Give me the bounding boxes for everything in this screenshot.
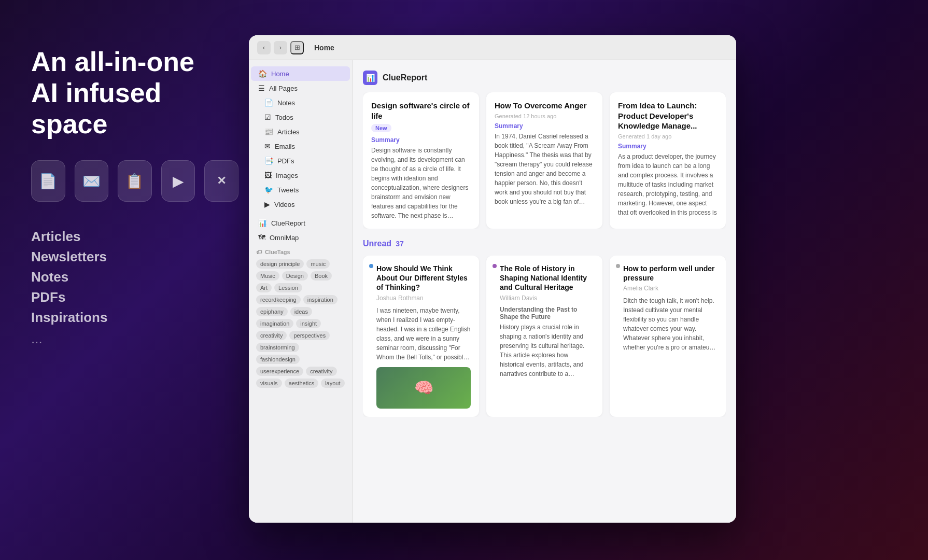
hero-list: Articles Newsletters Notes PDFs Inspirat… <box>31 227 238 328</box>
tag-chip[interactable]: perspectives <box>289 331 330 340</box>
sidebar-label-videos: Videos <box>274 201 295 208</box>
card-2-meta: Generated 12 hours ago <box>495 113 594 119</box>
unread-card-thinking-styles[interactable]: How Should We Think About Our Different … <box>363 256 479 417</box>
tag-chip[interactable]: Music <box>256 271 279 281</box>
sidebar-label-images: Images <box>276 172 298 179</box>
sidebar-item-videos[interactable]: ▶ Videos <box>257 197 350 212</box>
clue-report-section-title: ClueReport <box>383 73 427 82</box>
tag-chip[interactable]: recordkeeping <box>256 295 301 304</box>
tweets-icon: 🐦 <box>264 186 273 194</box>
sidebar-item-pdfs[interactable]: 📑 PDFs <box>257 153 350 168</box>
nav-buttons: ‹ › ⊞ <box>257 41 304 54</box>
docs-icon-box[interactable]: 📋 <box>118 160 152 202</box>
emails-icon: ✉ <box>264 142 271 150</box>
unread-card-2-inner: The Role of History in Shaping National … <box>495 264 594 379</box>
unread-card-1-inner: How Should We Think About Our Different … <box>371 264 471 409</box>
page-title: Home <box>314 44 334 52</box>
tag-chip[interactable]: fashiondesign <box>256 355 300 364</box>
clue-report-section-icon: 📊 <box>363 71 377 85</box>
unread-card-history-national-identity[interactable]: The Role of History in Shaping National … <box>486 256 602 417</box>
unread-card-2-author: William Davis <box>500 295 594 302</box>
hero-icons: 📄 ✉️ 📋 ▶ ✕ <box>31 160 238 202</box>
tag-chip[interactable]: aesthetics <box>285 379 319 388</box>
card-2-title: How To Overcome Anger <box>495 101 594 111</box>
hero-list-item-newsletters: Newsletters <box>31 247 238 267</box>
sidebar-item-tweets[interactable]: 🐦 Tweets <box>257 183 350 197</box>
tag-chip[interactable]: imagination <box>256 319 293 328</box>
sidebar-item-omni-map[interactable]: 🗺 OmniMap <box>251 230 350 245</box>
unread-card-perform-under-pressure[interactable]: How to perform well under pressure Ameli… <box>610 256 726 417</box>
sidebar-toggle-button[interactable]: ⊞ <box>290 41 304 54</box>
card-design-software[interactable]: Design software's circle of life New Sum… <box>363 92 479 229</box>
card-3-summary-label: Summary <box>618 143 718 150</box>
articles-icon: 📰 <box>264 128 273 136</box>
sidebar-item-todos[interactable]: ☑ Todos <box>257 110 350 124</box>
sidebar-item-home[interactable]: 🏠 Home <box>251 66 350 81</box>
tag-chip[interactable]: Book <box>311 271 332 281</box>
unread-card-2-title: The Role of History in Shaping National … <box>500 264 594 292</box>
unread-card-2-section-label: Understanding the Past to Shape the Futu… <box>500 306 594 320</box>
all-pages-icon: ☰ <box>258 84 265 92</box>
card-overcome-anger[interactable]: How To Overcome Anger Generated 12 hours… <box>486 92 602 229</box>
card-3-meta: Generated 1 day ago <box>618 133 718 139</box>
card-3-title: From Idea to Launch: Product Developer's… <box>618 101 718 131</box>
todos-icon: ☑ <box>264 113 271 121</box>
sidebar-item-clue-report[interactable]: 📊 ClueReport <box>251 216 350 230</box>
sidebar-item-all-pages[interactable]: ☰ All Pages <box>251 81 350 95</box>
hero-list-item-notes: Notes <box>31 267 238 287</box>
pdfs-icon: 📑 <box>264 157 273 165</box>
sidebar-item-images[interactable]: 🖼 Images <box>257 168 350 183</box>
email-icon-box[interactable]: ✉️ <box>75 160 109 202</box>
tag-chip[interactable]: insight <box>296 319 321 328</box>
sidebar-item-notes[interactable]: 📄 Notes <box>257 95 350 110</box>
hero-title: An all-in-oneAI infusedspace <box>31 47 238 139</box>
sidebar-label-emails: Emails <box>275 143 295 150</box>
unread-card-1-title: How Should We Think About Our Different … <box>376 264 471 292</box>
card-1-title: Design software's circle of life <box>371 101 471 121</box>
tag-chip[interactable]: userexperience <box>256 367 303 376</box>
tag-chip[interactable]: layout <box>321 379 344 388</box>
video-icon-box[interactable]: ▶ <box>161 160 195 202</box>
tag-chip[interactable]: music <box>306 259 330 269</box>
omni-map-icon: 🗺 <box>258 233 265 242</box>
sidebar-item-emails[interactable]: ✉ Emails <box>257 139 350 153</box>
tag-chip[interactable]: inspiration <box>303 295 338 304</box>
tag-chip[interactable]: creativity <box>256 331 287 340</box>
clue-report-cards: Design software's circle of life New Sum… <box>363 92 726 229</box>
hero-list-item-pdfs: PDFs <box>31 287 238 307</box>
tag-chip[interactable]: Art <box>256 283 272 292</box>
videos-icon: ▶ <box>264 200 270 208</box>
card-2-summary-text: In 1974, Daniel Casriel released a book … <box>495 132 594 206</box>
tag-chip[interactable]: Design <box>282 271 308 281</box>
app-window: ‹ › ⊞ Home 🏠 Home ☰ All Pages 📄 Notes <box>249 35 736 523</box>
sidebar: 🏠 Home ☰ All Pages 📄 Notes ☑ Todos 📰 Art <box>249 60 353 523</box>
images-icon: 🖼 <box>264 171 272 179</box>
tag-chip[interactable]: creativity <box>306 367 336 376</box>
unread-dot-2 <box>493 264 497 268</box>
clue-report-header: 📊 ClueReport <box>363 71 726 85</box>
unread-card-1-author: Joshua Rothman <box>376 295 471 302</box>
sidebar-label-todos: Todos <box>275 114 293 121</box>
tag-chip[interactable]: Lession <box>274 283 302 292</box>
x-icon-box[interactable]: ✕ <box>204 160 238 202</box>
card-2-summary-label: Summary <box>495 122 594 130</box>
unread-card-2-text: History plays a crucial role in shaping … <box>500 323 594 379</box>
unread-card-3-text: Ditch the tough talk, it won't help. Ins… <box>623 296 718 352</box>
sidebar-label-home: Home <box>271 70 289 78</box>
back-button[interactable]: ‹ <box>257 41 271 54</box>
notes-icon-box[interactable]: 📄 <box>31 160 65 202</box>
card-1-badge: New <box>371 124 391 132</box>
forward-button[interactable]: › <box>274 41 287 54</box>
sidebar-item-articles[interactable]: 📰 Articles <box>257 124 350 139</box>
unread-dot-3 <box>616 264 620 268</box>
tag-chip[interactable]: epiphany <box>256 307 288 316</box>
card-from-idea-to-launch[interactable]: From Idea to Launch: Product Developer's… <box>610 92 726 229</box>
tag-chip[interactable]: design principle <box>256 259 304 269</box>
unread-title: Unread <box>363 239 391 248</box>
tag-chip[interactable]: brainstorming <box>256 343 299 352</box>
unread-dot-1 <box>369 264 373 268</box>
tag-chip[interactable]: ideas <box>290 307 312 316</box>
card-1-summary-label: Summary <box>371 136 471 144</box>
hero-section: An all-in-oneAI infusedspace 📄 ✉️ 📋 ▶ ✕ … <box>31 47 238 347</box>
tag-chip[interactable]: visuals <box>256 379 282 388</box>
